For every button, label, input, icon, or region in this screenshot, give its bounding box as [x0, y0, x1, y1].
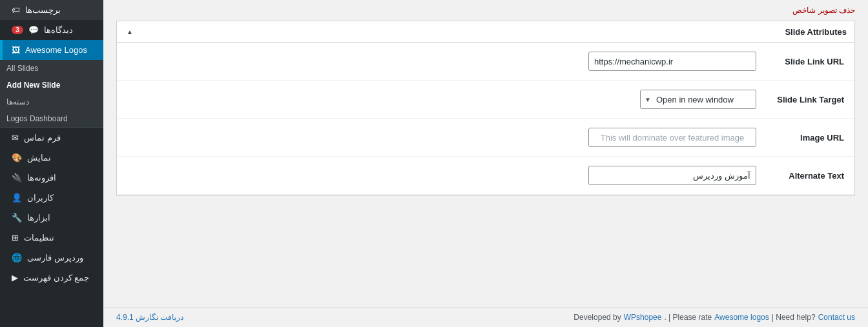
sidebar-item-label: برچسب‌ها: [25, 5, 61, 15]
submenu-categories[interactable]: دسته‌ها: [0, 94, 103, 110]
alternate-text-input[interactable]: [588, 166, 756, 185]
slide-link-url-input[interactable]: [588, 52, 756, 71]
sidebar-item-appearance[interactable]: نمایش 🎨: [0, 148, 103, 168]
sidebar-item-label: Awesome Logos: [25, 45, 87, 55]
slide-link-url-label: Slide Link URL: [767, 57, 844, 66]
sidebar-item-label: تنظیمات: [24, 233, 54, 243]
sidebar-item-label: دیدگاه‌ها: [44, 25, 73, 35]
submenu-label: Add New Slide: [6, 81, 60, 90]
awesome-logos-link[interactable]: Awesome logos: [714, 313, 769, 322]
submenu-label: دسته‌ها: [6, 97, 29, 106]
sidebar-item-collapse[interactable]: جمع کردن فهرست ▶: [0, 268, 103, 288]
appearance-icon: 🎨: [12, 153, 22, 163]
slide-link-target-select[interactable]: Open in new window Open in same window: [640, 90, 756, 109]
separator1: . | Please rate: [664, 313, 712, 322]
mail-icon: ✉: [12, 133, 19, 143]
sidebar-item-label: ابزارها: [27, 213, 50, 223]
plugins-icon: 🔌: [12, 173, 22, 183]
tags-icon: 🏷: [12, 5, 20, 15]
submenu-all-slides[interactable]: All Slides: [0, 60, 103, 77]
image-url-input-wrapper: This will dominate over featured image: [588, 128, 756, 147]
image-url-placeholder-text: This will dominate over featured image: [601, 133, 745, 143]
panel-header: ▲ Slide Attributes: [117, 21, 854, 43]
globe-icon: 🌐: [12, 253, 22, 263]
submenu-logos-dashboard[interactable]: Logos Dashboard: [0, 110, 103, 127]
comment-icon: 💬: [28, 25, 39, 35]
sidebar-item-label: کاربران: [27, 193, 54, 203]
sidebar-submenu: All Slides Add New Slide دسته‌ها Logos D…: [0, 60, 103, 127]
sidebar-item-tools[interactable]: ابزارها 🔧: [0, 208, 103, 228]
slide-link-target-label: Slide Link Target: [767, 95, 844, 104]
sidebar-item-contact-form[interactable]: فرم تماس ✉: [0, 128, 103, 148]
logos-icon: 🖼: [12, 45, 20, 55]
main-content: حذف تصویر شاخص ▲ Slide Attributes Slide …: [103, 0, 868, 327]
panel-toggle[interactable]: ▲: [125, 26, 135, 37]
panel-body: Slide Link URL ▼ Open in new window Open…: [117, 43, 854, 195]
sidebar-item-wp-persian[interactable]: وردپرس فارسی 🌐: [0, 248, 103, 268]
remove-image-link[interactable]: حذف تصویر شاخص: [792, 6, 855, 15]
sidebar-item-label: وردپرس فارسی: [27, 253, 83, 263]
sidebar-item-users[interactable]: کاربران 👤: [0, 188, 103, 208]
top-bar: حذف تصویر شاخص: [103, 0, 868, 21]
sidebar-item-label: افزونه‌ها: [27, 173, 56, 183]
sidebar: برچسب‌ها 🏷 دیدگاه‌ها 💬 3 Awesome Logos 🖼…: [0, 0, 103, 327]
tools-icon: 🔧: [12, 213, 22, 223]
image-url-placeholder[interactable]: This will dominate over featured image: [588, 128, 756, 147]
alternate-text-label: Alternate Text: [767, 171, 844, 181]
panel-title: Slide Attributes: [785, 27, 847, 37]
collapse-icon: ▶: [12, 273, 18, 282]
slide-link-url-input-wrapper: [588, 52, 756, 71]
sidebar-item-label: فرم تماس: [24, 133, 61, 143]
field-row-slide-link-target: ▼ Open in new window Open in same window…: [117, 81, 854, 119]
settings-icon: ⊞: [12, 233, 19, 243]
submenu-add-new-slide[interactable]: Add New Slide: [0, 77, 103, 94]
comments-badge: 3: [12, 26, 23, 34]
credit-text: Developed by: [574, 313, 621, 322]
contact-us-link[interactable]: Contact us: [818, 313, 855, 322]
sidebar-item-awesome-logos[interactable]: Awesome Logos 🖼: [0, 40, 103, 60]
sidebar-item-label: نمایش: [27, 153, 51, 163]
sidebar-item-tags[interactable]: برچسب‌ها 🏷: [0, 0, 103, 20]
footer-left: دریافت نگارش 4.9.1: [116, 313, 183, 322]
version-link[interactable]: دریافت نگارش 4.9.1: [116, 313, 183, 322]
slide-link-target-wrapper: ▼ Open in new window Open in same window: [640, 90, 756, 109]
field-row-image-url: This will dominate over featured image I…: [117, 119, 854, 157]
footer: دریافت نگارش 4.9.1 Developed by WPshopee…: [103, 307, 868, 327]
sidebar-item-plugins[interactable]: افزونه‌ها 🔌: [0, 168, 103, 188]
submenu-label: All Slides: [6, 64, 38, 73]
select-wrapper: ▼ Open in new window Open in same window: [640, 90, 756, 109]
image-url-label: Image URL: [767, 133, 844, 143]
sidebar-item-settings[interactable]: تنظیمات ⊞: [0, 228, 103, 248]
alternate-text-input-wrapper: [588, 166, 756, 185]
field-row-slide-link-url: Slide Link URL: [117, 43, 854, 81]
footer-right: Developed by WPshopee . | Please rate Aw…: [574, 313, 855, 322]
sidebar-item-label: جمع کردن فهرست: [23, 273, 89, 282]
wpshopee-link[interactable]: WPshopee: [624, 313, 662, 322]
sidebar-item-comments[interactable]: دیدگاه‌ها 💬 3: [0, 20, 103, 40]
submenu-label: Logos Dashboard: [6, 114, 68, 123]
field-row-alternate-text: Alternate Text: [117, 157, 854, 195]
separator2: | Need help?: [772, 313, 816, 322]
users-icon: 👤: [12, 193, 22, 203]
slide-attributes-panel: ▲ Slide Attributes Slide Link URL ▼ Open…: [116, 21, 855, 195]
